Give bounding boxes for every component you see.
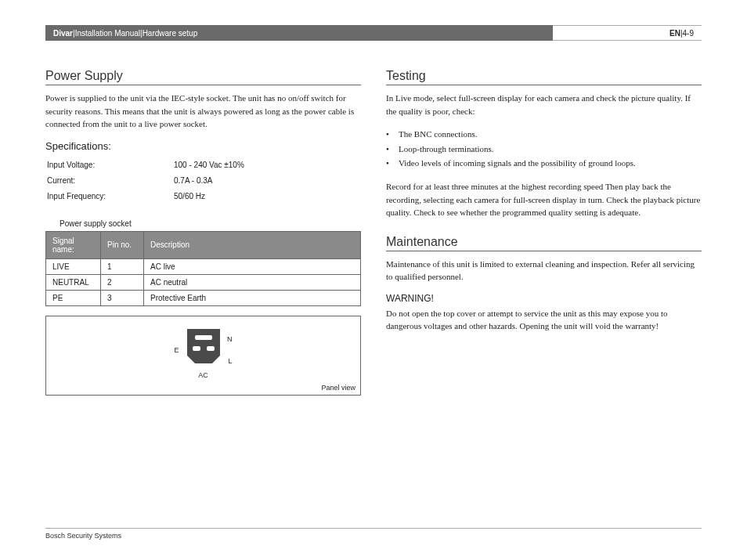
list-item: Video levels of incoming signals and the… [386,156,702,171]
testing-intro: In Live mode, select full-screen display… [386,92,702,117]
list-item: The BNC connections. [386,127,702,142]
spec-label: Input Voltage: [47,158,172,172]
col-signal: Signal name: [46,231,101,258]
spec-row: Input Frequency: 50/60 Hz [47,190,244,204]
page-indicator: EN | 4-9 [553,25,702,41]
maintenance-text: Maintenance of this unit is limited to e… [386,258,702,284]
panel-view-label: Panel view [321,384,355,392]
spec-row: Input Voltage: 100 - 240 Vac ±10% [47,158,244,172]
lang-code: EN [669,29,680,38]
svg-rect-1 [193,346,200,351]
doc-title: Installation Manual [75,29,140,38]
svg-rect-2 [207,346,215,351]
spec-value: 100 - 240 Vac ±10% [174,158,244,172]
breadcrumb: Divar | Installation Manual | Hardware s… [45,25,553,41]
spec-label: Current: [47,174,172,188]
testing-checklist: The BNC connections. Loop-through termin… [386,127,702,171]
page-number: 4-9 [683,29,694,38]
heading-specifications: Specifications: [45,140,361,152]
testing-record-text: Record for at least three minutes at the… [386,180,702,219]
iec-socket-icon [184,324,223,368]
socket-caption: Power supply socket [60,219,361,228]
spec-value: 0.7A - 0.3A [174,174,244,188]
spec-row: Current: 0.7A - 0.3A [47,174,244,188]
pinout-table: Signal name: Pin no. Description LIVE 1 … [45,231,361,306]
panel-diagram: E N L AC Panel view [45,316,361,396]
table-row: LIVE 1 AC live [46,258,361,274]
col-pinno: Pin no. [101,231,144,258]
header-bar: Divar | Installation Manual | Hardware s… [45,25,702,41]
heading-power-supply: Power Supply [45,69,361,85]
table-row: PE 3 Protective Earth [46,290,361,305]
pin-label-n: N [227,335,233,343]
ac-label: AC [184,371,223,379]
pin-label-l: L [228,357,232,365]
footer-company: Bosch Security Systems [45,528,702,540]
product-name: Divar [53,29,73,38]
table-row: NEUTRAL 2 AC neutral [46,274,361,290]
heading-testing: Testing [386,69,702,85]
warning-text: Do not open the top cover or attempt to … [386,307,702,333]
right-column: Testing In Live mode, select full-screen… [386,69,702,396]
left-column: Power Supply Power is supplied to the un… [45,69,361,396]
section-name: Hardware setup [143,29,198,38]
spec-label: Input Frequency: [47,190,172,204]
svg-rect-0 [195,335,212,340]
heading-maintenance: Maintenance [386,235,702,251]
heading-warning: WARNING! [386,293,702,304]
specifications-table: Input Voltage: 100 - 240 Vac ±10% Curren… [45,157,246,205]
spec-value: 50/60 Hz [174,190,244,204]
list-item: Loop-through terminations. [386,142,702,157]
power-supply-text: Power is supplied to the unit via the IE… [45,92,361,131]
pin-label-e: E [175,346,179,354]
col-desc: Description [144,231,361,258]
